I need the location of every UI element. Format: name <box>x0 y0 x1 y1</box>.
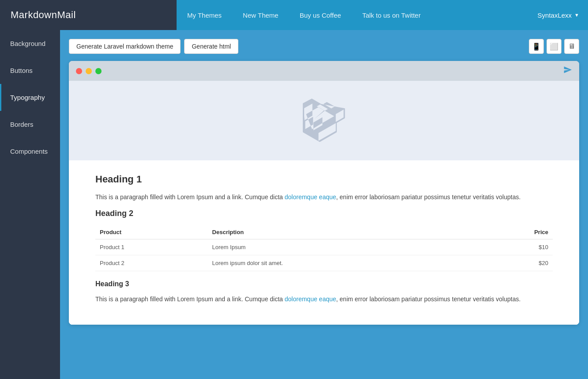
email-heading-1: Heading 1 <box>95 174 553 185</box>
email-frame-header <box>69 61 579 81</box>
sidebar-item-label: Borders <box>10 121 34 128</box>
generate-laravel-button[interactable]: Generate Laravel markdown theme <box>69 39 181 54</box>
user-dropdown[interactable]: SyntaxLexx ▼ <box>538 11 579 19</box>
table-row: Product 2 Lorem ipsum dolor sit amet. $2… <box>95 255 553 271</box>
email-preview-frame: Heading 1 This is a paragraph filled wit… <box>69 61 579 325</box>
sidebar-item-components[interactable]: Components <box>0 138 60 165</box>
table-row: Product 1 Lorem Ipsum $10 <box>95 239 553 255</box>
nav-right: SyntaxLexx ▼ <box>529 11 588 19</box>
sidebar-item-borders[interactable]: Borders <box>0 111 60 138</box>
cell-product-1: Product 1 <box>95 239 208 255</box>
window-dots <box>76 68 102 74</box>
cell-description-2: Lorem ipsum dolor sit amet. <box>208 255 476 271</box>
tablet-view-button[interactable]: ⬜ <box>547 39 562 54</box>
sidebar-item-typography[interactable]: Typography <box>0 84 60 111</box>
email-body: Heading 1 This is a paragraph filled wit… <box>69 81 579 325</box>
email-heading-2: Heading 2 <box>95 209 553 218</box>
dot-yellow <box>86 68 92 74</box>
email-content: Heading 1 This is a paragraph filled wit… <box>69 160 579 325</box>
email-paragraph-3: This is a paragraph filled with Lorem Ip… <box>95 294 553 304</box>
brand-logo: MarkdownMail <box>0 0 177 30</box>
email-link-3[interactable]: doloremque eaque <box>285 296 336 303</box>
cell-product-2: Product 2 <box>95 255 208 271</box>
sidebar-item-label: Typography <box>10 94 45 101</box>
nav-links: My Themes New Theme Buy us Coffee Talk t… <box>177 0 529 30</box>
nav-buy-coffee[interactable]: Buy us Coffee <box>289 0 352 30</box>
desktop-icon: 🖥 <box>568 42 575 50</box>
username: SyntaxLexx <box>538 11 572 19</box>
mobile-view-button[interactable]: 📱 <box>529 39 544 54</box>
table-header-row: Product Description Price <box>95 225 553 239</box>
main-layout: Background Buttons Typography Borders Co… <box>0 30 588 379</box>
sidebar-item-buttons[interactable]: Buttons <box>0 57 60 84</box>
desktop-view-button[interactable]: 🖥 <box>564 39 579 54</box>
nav-twitter[interactable]: Talk to us on Twitter <box>352 0 431 30</box>
dot-green <box>95 68 102 74</box>
email-table: Product Description Price Product 1 Lore… <box>95 225 553 271</box>
cell-description-1: Lorem Ipsum <box>208 239 476 255</box>
send-icon[interactable] <box>563 65 572 76</box>
content-area: Generate Laravel markdown theme Generate… <box>60 30 588 379</box>
toolbar-right: 📱 ⬜ 🖥 <box>529 39 579 54</box>
email-paragraph-1: This is a paragraph filled with Lorem Ip… <box>95 192 553 202</box>
brand-name: MarkdownMail <box>11 9 76 21</box>
sidebar: Background Buttons Typography Borders Co… <box>0 30 60 379</box>
email-heading-3: Heading 3 <box>95 280 553 288</box>
sidebar-item-label: Background <box>10 40 45 47</box>
nav-my-themes[interactable]: My Themes <box>177 0 232 30</box>
toolbar-left: Generate Laravel markdown theme Generate… <box>69 39 238 54</box>
toolbar: Generate Laravel markdown theme Generate… <box>69 39 579 54</box>
nav-new-theme[interactable]: New Theme <box>232 0 289 30</box>
col-description: Description <box>208 225 476 239</box>
tablet-icon: ⬜ <box>550 42 558 51</box>
mobile-icon: 📱 <box>532 42 541 51</box>
col-product: Product <box>95 225 208 239</box>
email-link-1[interactable]: doloremque eaque <box>285 193 336 201</box>
dot-red <box>76 68 82 74</box>
col-price: Price <box>476 225 553 239</box>
cell-price-2: $20 <box>476 255 553 271</box>
sidebar-item-label: Components <box>10 148 48 155</box>
cell-price-1: $10 <box>476 239 553 255</box>
generate-html-button[interactable]: Generate html <box>184 39 238 54</box>
email-header-banner <box>69 81 579 160</box>
chevron-down-icon: ▼ <box>574 12 579 18</box>
top-nav: MarkdownMail My Themes New Theme Buy us … <box>0 0 588 30</box>
laravel-logo <box>302 99 346 143</box>
sidebar-item-background[interactable]: Background <box>0 30 60 57</box>
sidebar-item-label: Buttons <box>10 67 33 74</box>
